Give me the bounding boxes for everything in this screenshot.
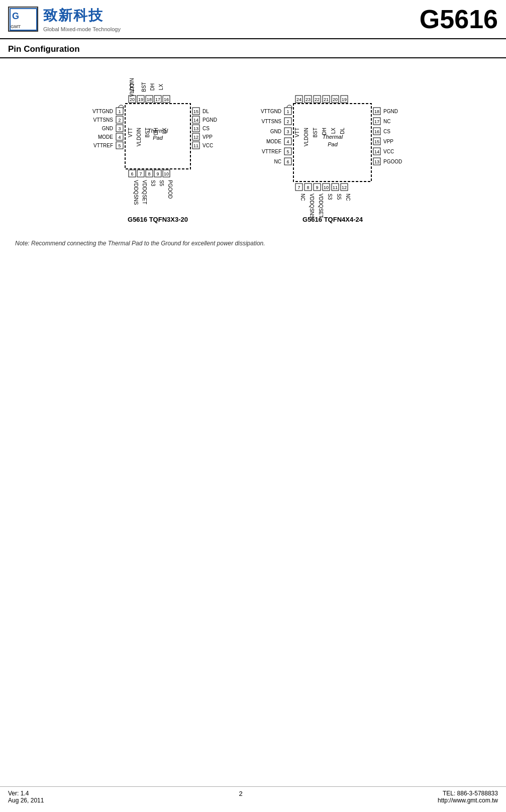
svg-text:9: 9 (156, 171, 159, 176)
svg-text:BST: BST (145, 128, 150, 137)
svg-text:22: 22 (314, 97, 319, 102)
svg-text:S3: S3 (150, 180, 156, 187)
diagrams-svg: Thermal Pad 20 VTT 19 VLDOIN 18 BST 17 D… (15, 73, 491, 231)
svg-text:21: 21 (323, 97, 328, 102)
svg-text:VTT: VTT (294, 128, 300, 137)
note-text: Note: Recommend connecting the Thermal P… (15, 240, 491, 247)
svg-text:BST: BST (141, 82, 147, 92)
svg-text:S5: S5 (159, 180, 164, 187)
svg-text:NC: NC (383, 119, 390, 124)
svg-text:S5: S5 (336, 194, 342, 200)
footer-left: Ver: 1.4 Aug 26, 2011 (8, 790, 44, 804)
svg-text:CS: CS (203, 126, 210, 131)
svg-text:MODE: MODE (266, 139, 281, 144)
svg-text:VTTSNS: VTTSNS (261, 119, 281, 124)
footer: Ver: 1.4 Aug 26, 2011 2 TEL: 886-3-57888… (0, 786, 506, 807)
tel-label: TEL: 886-3-5788833 (438, 790, 498, 797)
svg-text:VTTREF: VTTREF (93, 143, 113, 148)
company-name: 致新科技 (43, 6, 121, 25)
svg-text:LX: LX (162, 128, 167, 134)
svg-text:6: 6 (286, 159, 289, 164)
svg-text:NC: NC (300, 194, 306, 201)
svg-text:BST: BST (313, 128, 318, 137)
svg-text:LX: LX (331, 128, 336, 134)
svg-text:NC: NC (274, 159, 281, 164)
svg-text:23: 23 (305, 97, 310, 102)
svg-text:24: 24 (296, 97, 301, 102)
svg-text:1: 1 (118, 109, 121, 114)
svg-text:3: 3 (118, 126, 121, 131)
svg-text:15: 15 (193, 109, 198, 114)
svg-text:LX: LX (158, 84, 164, 91)
svg-text:VLDOIN: VLDOIN (136, 128, 142, 146)
svg-text:DH: DH (150, 83, 155, 91)
svg-text:14: 14 (193, 118, 198, 123)
svg-text:DH: DH (153, 128, 159, 135)
logo-area: G GMT 致新科技 Global Mixed-mode Technology (8, 6, 121, 32)
svg-text:VDDQSET: VDDQSET (318, 194, 324, 218)
svg-text:PGND: PGND (203, 117, 217, 123)
version-label: Ver: 1.4 (8, 790, 44, 797)
svg-text:NC: NC (345, 194, 351, 201)
main-content: Thermal Pad 20 VTT 19 VLDOIN 18 BST 17 D… (0, 58, 506, 257)
logo-icon: G GMT (8, 7, 38, 32)
svg-text:VTTGND: VTTGND (260, 109, 281, 114)
svg-text:16: 16 (374, 129, 379, 134)
svg-text:8: 8 (307, 185, 309, 190)
svg-text:G5616 TQFN3X3-20: G5616 TQFN3X3-20 (128, 216, 188, 223)
svg-text:PGOOD: PGOOD (383, 159, 402, 164)
svg-text:VDDQSNS: VDDQSNS (133, 180, 139, 205)
svg-text:G5616  TQFN4X4-24: G5616 TQFN4X4-24 (302, 216, 363, 223)
svg-text:1: 1 (286, 109, 289, 114)
svg-text:VLDOIN: VLDOIN (129, 78, 135, 97)
footer-center: 2 (239, 790, 243, 804)
svg-text:VPP: VPP (383, 139, 393, 144)
svg-text:5: 5 (118, 143, 121, 148)
svg-text:19: 19 (138, 97, 143, 102)
svg-text:13: 13 (193, 126, 198, 131)
svg-text:VDDQSET: VDDQSET (142, 180, 147, 204)
svg-text:16: 16 (163, 97, 168, 102)
svg-text:14: 14 (374, 149, 379, 154)
company-subtitle: Global Mixed-mode Technology (43, 26, 121, 32)
svg-text:GMT: GMT (11, 24, 21, 29)
svg-text:GND: GND (270, 129, 281, 134)
svg-text:8: 8 (148, 171, 150, 176)
svg-text:2: 2 (286, 119, 289, 124)
svg-text:18: 18 (374, 109, 379, 114)
svg-text:VPP: VPP (203, 134, 213, 140)
svg-text:VTTSNS: VTTSNS (93, 117, 113, 123)
svg-text:20: 20 (332, 97, 337, 102)
pkg20-diagram: Thermal Pad 20 VTT 19 VLDOIN 18 BST 17 D… (85, 73, 236, 231)
date-label: Aug 26, 2011 (8, 797, 44, 804)
website-label: http://www.gmt.com.tw (438, 797, 498, 804)
footer-right: TEL: 886-3-5788833 http://www.gmt.com.tw (438, 790, 498, 804)
svg-text:DL: DL (203, 109, 209, 114)
svg-text:17: 17 (374, 119, 379, 124)
svg-text:PGOOD: PGOOD (167, 180, 173, 199)
svg-text:VTTGND: VTTGND (92, 109, 113, 114)
svg-text:VTT: VTT (128, 128, 133, 137)
svg-text:20: 20 (129, 97, 134, 102)
svg-text:15: 15 (374, 139, 379, 144)
svg-text:PGND: PGND (383, 109, 398, 114)
svg-text:CS: CS (383, 129, 390, 134)
svg-text:VLDOIN: VLDOIN (303, 128, 309, 146)
svg-text:9: 9 (316, 185, 318, 190)
svg-text:19: 19 (341, 97, 346, 102)
svg-text:6: 6 (131, 171, 133, 176)
svg-text:10: 10 (163, 171, 168, 176)
svg-text:2: 2 (118, 118, 121, 123)
svg-text:12: 12 (341, 185, 346, 190)
svg-text:VTTREF: VTTREF (262, 149, 281, 154)
svg-text:7: 7 (297, 185, 300, 190)
svg-text:4: 4 (286, 139, 289, 144)
svg-text:VCC: VCC (203, 143, 213, 148)
svg-text:11: 11 (332, 185, 337, 190)
svg-text:Pad: Pad (328, 141, 338, 147)
svg-text:VDDQSNS: VDDQSNS (309, 194, 315, 219)
header: G GMT 致新科技 Global Mixed-mode Technology … (0, 0, 506, 39)
chip-name: G5616 (420, 4, 498, 34)
svg-text:DH: DH (322, 128, 327, 135)
svg-text:MODE: MODE (98, 134, 113, 140)
